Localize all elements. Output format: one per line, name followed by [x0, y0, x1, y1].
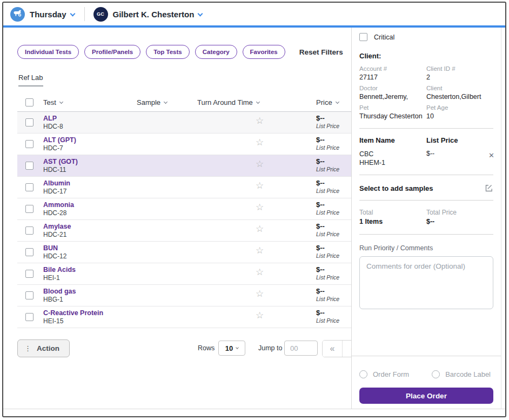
table-row[interactable]: ALP HDC-8 ☆ $-- List Price — [17, 112, 351, 134]
row-checkbox[interactable] — [25, 162, 34, 170]
filter-favorites[interactable]: Favorites — [243, 45, 285, 59]
test-name-link[interactable]: C-Reactive Protein — [43, 309, 103, 317]
table-footer-bar: ⋮ Action Rows 10 Jump to « ‹ — [3, 339, 351, 359]
action-button[interactable]: ⋮ Action — [17, 339, 70, 357]
client-info-grid: Account # 27117 Client ID # 2 Doctor Ben… — [359, 62, 493, 121]
chevron-down-icon[interactable] — [198, 11, 203, 16]
client-initials: GC — [97, 11, 104, 17]
table-row[interactable]: ALT (GPT) HDC-7 ☆ $-- List Price — [17, 134, 351, 155]
row-checkbox[interactable] — [25, 313, 34, 321]
favorite-star-icon[interactable]: ☆ — [256, 268, 264, 277]
barcode-label-radio[interactable]: Barcode Label — [432, 370, 491, 378]
test-name-link[interactable]: Amylase — [43, 223, 71, 231]
table-row[interactable]: Amylase HDC-21 ☆ $-- List Price — [17, 220, 351, 242]
table-row[interactable]: BUN HDC-12 ☆ $-- List Price — [17, 242, 351, 263]
test-code: HBG-1 — [43, 296, 63, 304]
main-content: Individual Tests Profile/Panels Top Test… — [3, 28, 505, 416]
place-order-button[interactable]: Place Order — [359, 388, 493, 404]
client-selector-label[interactable]: Gilbert K. Chesterton — [113, 10, 195, 19]
favorite-star-icon[interactable]: ☆ — [256, 224, 264, 234]
price-value: $-- — [316, 136, 325, 144]
rows-per-page-select[interactable]: 10 — [218, 341, 245, 356]
test-name-link[interactable]: ALP — [43, 115, 57, 123]
favorite-star-icon[interactable]: ☆ — [256, 246, 264, 255]
row-checkbox[interactable] — [25, 205, 34, 213]
critical-option: Critical — [359, 33, 493, 41]
price-value: $-- — [316, 115, 325, 122]
table-row[interactable]: Albumin HDC-17 ☆ $-- List Price — [17, 177, 351, 198]
row-checkbox[interactable] — [25, 226, 34, 235]
section-divider — [359, 128, 493, 129]
critical-checkbox[interactable] — [359, 33, 367, 41]
remove-item-icon[interactable]: ✕ — [488, 152, 494, 159]
table-row[interactable]: Ammonia HDC-28 ☆ $-- List Price — [17, 198, 351, 220]
test-name-link[interactable]: Blood gas — [43, 288, 76, 296]
favorite-star-icon[interactable]: ☆ — [256, 159, 264, 169]
section-divider — [359, 175, 493, 175]
row-checkbox[interactable] — [25, 140, 34, 148]
column-header-turn-around-time[interactable]: Turn Around Time — [197, 98, 259, 106]
price-note: List Price — [316, 252, 339, 259]
edit-icon[interactable] — [485, 184, 493, 192]
test-code: HDC-11 — [43, 166, 66, 174]
filter-top-tests[interactable]: Top Tests — [146, 45, 190, 59]
client-field: Pet Thursday Chesterton — [359, 104, 426, 121]
order-summary-body: Critical Client: Account # 27117 Client … — [352, 28, 501, 356]
favorite-star-icon[interactable]: ☆ — [256, 311, 264, 320]
client-field: Client ID # 2 — [426, 65, 493, 82]
items-header: Item Name List Price — [359, 136, 493, 144]
test-code: HDC-7 — [43, 144, 63, 152]
client-avatar: GC — [93, 7, 108, 22]
row-checkbox[interactable] — [25, 118, 34, 126]
test-name-link[interactable]: Albumin — [43, 179, 70, 188]
favorite-star-icon[interactable]: ☆ — [256, 289, 264, 298]
column-header-test[interactable]: Test — [43, 98, 63, 106]
rows-label: Rows — [198, 344, 215, 352]
critical-label: Critical — [374, 34, 394, 41]
table-row[interactable]: Blood gas HBG-1 ☆ $-- List Price — [17, 285, 351, 306]
test-name-link[interactable]: AST (GOT) — [43, 158, 78, 166]
filter-profile-panels[interactable]: Profile/Panels — [84, 45, 140, 59]
select-all-checkbox[interactable] — [25, 98, 34, 106]
section-divider — [359, 200, 493, 201]
favorite-star-icon[interactable]: ☆ — [256, 116, 264, 125]
price-value: $-- — [316, 179, 325, 187]
reset-filters-button[interactable]: Reset Filters — [299, 48, 343, 56]
row-checkbox[interactable] — [25, 248, 34, 256]
client-field: Client Chesterton,Gilbert — [426, 84, 493, 101]
row-checkbox[interactable] — [25, 270, 34, 278]
jump-to-input[interactable] — [284, 341, 318, 356]
order-form-radio[interactable]: Order Form — [359, 370, 409, 378]
chevron-down-icon[interactable] — [70, 11, 75, 16]
row-checkbox[interactable] — [25, 291, 34, 299]
table-row-highlighted[interactable]: AST (GOT) HDC-11 ☆ $-- List Price — [17, 155, 351, 177]
price-note: List Price — [316, 144, 339, 151]
totals-row: Total 1 Items Total Price $-- — [359, 208, 493, 226]
column-header-price[interactable]: Price — [316, 98, 339, 106]
context-selector-label[interactable]: Thursday — [30, 10, 66, 19]
test-code: HDC-12 — [43, 252, 66, 261]
test-name-link[interactable]: ALT (GPT) — [43, 136, 76, 144]
table-row[interactable]: C-Reactive Protein HEI-15 ☆ $-- List Pri… — [17, 306, 351, 328]
price-value: $-- — [316, 201, 325, 209]
favorite-star-icon[interactable]: ☆ — [256, 138, 264, 147]
filter-individual-tests[interactable]: Individual Tests — [17, 45, 79, 59]
favorite-star-icon[interactable]: ☆ — [256, 203, 264, 212]
test-name-link[interactable]: Ammonia — [43, 201, 74, 209]
favorite-star-icon[interactable]: ☆ — [256, 181, 264, 190]
test-name-link[interactable]: Bile Acids — [43, 266, 76, 274]
order-item: CBCHHEM-1 $-- ✕ — [359, 150, 493, 167]
filter-category[interactable]: Category — [195, 45, 237, 59]
table-row[interactable]: Bile Acids HEI-1 ☆ $-- List Price — [17, 263, 351, 285]
price-note: List Price — [316, 209, 339, 216]
price-value: $-- — [316, 244, 325, 252]
more-vertical-icon: ⋮ — [24, 344, 31, 352]
comments-textarea[interactable] — [359, 256, 493, 309]
tab-ref-lab[interactable]: Ref Lab — [18, 74, 43, 86]
row-checkbox[interactable] — [25, 183, 34, 191]
test-name-link[interactable]: BUN — [43, 244, 58, 252]
chevron-down-icon — [236, 346, 239, 349]
column-header-sample[interactable]: Sample — [137, 98, 167, 106]
test-code: HDC-8 — [43, 123, 63, 131]
first-page-button[interactable]: « — [323, 341, 343, 357]
